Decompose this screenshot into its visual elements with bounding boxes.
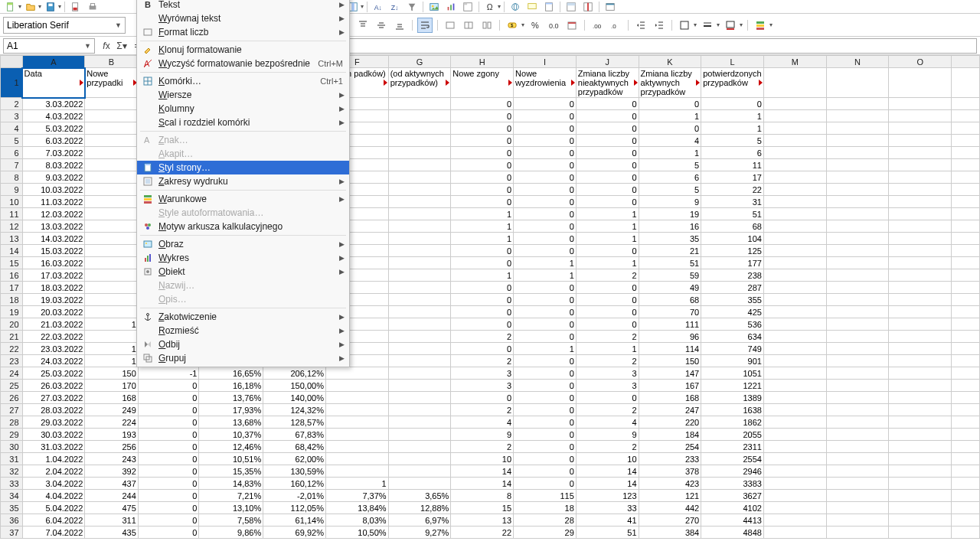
cell-I7[interactable]: 0 — [514, 159, 577, 171]
cell-C33[interactable]: 0 — [138, 478, 199, 490]
row-header-35[interactable]: 35 — [1, 502, 23, 514]
cell-N19[interactable] — [826, 306, 889, 318]
cell-M21[interactable] — [763, 331, 826, 343]
cell-G35[interactable]: 12,88% — [388, 502, 451, 514]
cell-G21[interactable] — [388, 331, 451, 343]
cell-L12[interactable]: 68 — [701, 220, 764, 233]
cell-L1[interactable]: potwierdzonych przypadków — [701, 68, 764, 98]
cell-F32[interactable] — [325, 465, 388, 478]
cell-B16[interactable] — [85, 269, 138, 282]
cell-L27[interactable]: 1638 — [701, 404, 764, 416]
cell-O34[interactable] — [889, 490, 952, 502]
cell-L15[interactable]: 177 — [701, 257, 764, 269]
cell-J24[interactable]: 3 — [576, 367, 639, 380]
cell-O8[interactable] — [889, 171, 952, 184]
cell-I15[interactable]: 1 — [514, 257, 577, 269]
cell-O19[interactable] — [889, 306, 952, 318]
cell-M26[interactable] — [763, 392, 826, 404]
cell-C32[interactable]: 0 — [138, 465, 199, 478]
row-header-16[interactable]: 16 — [1, 269, 23, 282]
cell-A17[interactable]: 18.03.2022 — [22, 282, 85, 294]
cell-G7[interactable] — [388, 159, 451, 171]
cell-L9[interactable]: 22 — [701, 184, 764, 196]
window-icon[interactable] — [603, 1, 618, 13]
cell-F35[interactable]: 13,84% — [325, 502, 388, 514]
cell-K31[interactable]: 233 — [639, 453, 701, 465]
cell-J13[interactable]: 1 — [576, 233, 639, 245]
row-header-12[interactable]: 12 — [1, 220, 23, 233]
cell-C30[interactable]: 0 — [138, 441, 199, 453]
row-header-5[interactable]: 5 — [1, 135, 23, 147]
row-header-36[interactable]: 36 — [1, 514, 23, 527]
cell-A21[interactable]: 22.03.2022 — [22, 331, 85, 343]
cell-M4[interactable] — [763, 122, 826, 135]
cell-M35[interactable] — [763, 502, 826, 514]
cell-M15[interactable] — [763, 257, 826, 269]
cell-A2[interactable]: 3.03.2022 — [22, 98, 85, 110]
cell-E25[interactable]: 150,00% — [263, 380, 326, 392]
row-header-8[interactable]: 8 — [1, 171, 23, 184]
cell-E28[interactable]: 128,57% — [263, 416, 326, 429]
comment-icon[interactable] — [524, 1, 540, 13]
cell-L20[interactable]: 536 — [701, 318, 764, 331]
cell-J35[interactable]: 33 — [576, 502, 639, 514]
cell-F36[interactable]: 8,03% — [325, 514, 388, 527]
cell-I10[interactable]: 0 — [514, 196, 577, 208]
cell-J36[interactable]: 41 — [576, 514, 639, 527]
date-icon[interactable] — [564, 18, 580, 33]
menu-item[interactable]: Scal i rozdziel komórki▶ — [137, 116, 349, 129]
insert-image-icon[interactable] — [426, 1, 442, 13]
cell-F30[interactable] — [325, 441, 388, 453]
cell-I21[interactable]: 0 — [514, 331, 577, 343]
cell-A35[interactable]: 5.04.2022 — [22, 502, 85, 514]
cell-M2[interactable] — [763, 98, 826, 110]
cell-O6[interactable] — [889, 147, 952, 159]
cell-H8[interactable]: 0 — [451, 171, 514, 184]
cell-L6[interactable]: 6 — [701, 147, 764, 159]
cell-E34[interactable]: -2,01% — [263, 490, 326, 502]
cell-H12[interactable]: 1 — [451, 220, 514, 233]
cell-I28[interactable]: 0 — [514, 416, 577, 429]
cell-O32[interactable] — [889, 465, 952, 478]
cell-B25[interactable]: 170 — [85, 380, 138, 392]
cell-E30[interactable]: 68,42% — [263, 441, 326, 453]
align-bottom-icon[interactable] — [392, 18, 407, 33]
cell-J9[interactable]: 0 — [576, 184, 639, 196]
cell-G31[interactable] — [388, 453, 451, 465]
cell-N2[interactable] — [826, 98, 889, 110]
cell-J34[interactable]: 123 — [576, 490, 639, 502]
cell-K28[interactable]: 220 — [639, 416, 701, 429]
cell-H13[interactable]: 1 — [451, 233, 514, 245]
cell-L25[interactable]: 1221 — [701, 380, 764, 392]
cell-O13[interactable] — [889, 233, 952, 245]
cell-C34[interactable]: 0 — [138, 490, 199, 502]
row-header-14[interactable]: 14 — [1, 245, 23, 257]
cell-K27[interactable]: 247 — [639, 404, 701, 416]
cell-I37[interactable]: 29 — [514, 527, 577, 539]
cell-L16[interactable]: 238 — [701, 269, 764, 282]
cell-E29[interactable]: 67,83% — [263, 429, 326, 441]
cell-J28[interactable]: 4 — [576, 416, 639, 429]
menu-item[interactable]: Kolumny▶ — [137, 102, 349, 116]
cell-H20[interactable]: 0 — [451, 318, 514, 331]
col-header-M[interactable]: M — [763, 56, 826, 68]
cell-J15[interactable]: 1 — [576, 257, 639, 269]
cell-I12[interactable]: 0 — [514, 220, 577, 233]
cell-N11[interactable] — [826, 208, 889, 220]
row-header-37[interactable]: 37 — [1, 527, 23, 539]
cell-F26[interactable] — [325, 392, 388, 404]
cell-I29[interactable]: 0 — [514, 429, 577, 441]
menu-item[interactable]: BTekst▶ — [137, 0, 349, 11]
cell-N35[interactable] — [826, 502, 889, 514]
cell-J3[interactable]: 0 — [576, 110, 639, 122]
cell-H31[interactable]: 10 — [451, 453, 514, 465]
cell-C36[interactable]: 0 — [138, 514, 199, 527]
cell-M12[interactable] — [763, 220, 826, 233]
cell-E35[interactable]: 112,05% — [263, 502, 326, 514]
cell-H14[interactable]: 0 — [451, 245, 514, 257]
cell-B5[interactable] — [85, 135, 138, 147]
row-header-27[interactable]: 27 — [1, 404, 23, 416]
cell-M17[interactable] — [763, 282, 826, 294]
cell-K5[interactable]: 4 — [639, 135, 701, 147]
cell-B23[interactable]: 1 — [85, 355, 138, 367]
